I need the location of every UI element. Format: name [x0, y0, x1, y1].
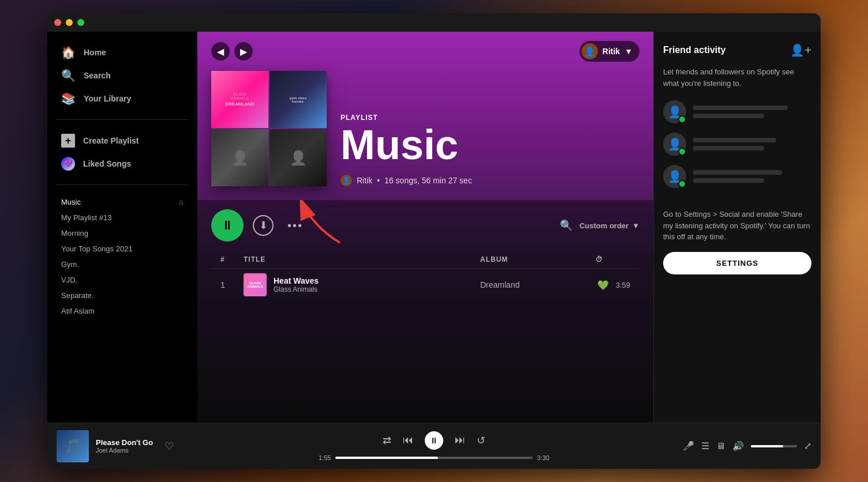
- controls-right: 🔍 Custom order ▼: [560, 219, 639, 232]
- volume-button[interactable]: 🔊: [732, 440, 744, 451]
- playlist-item-topsongs[interactable]: Your Top Songs 2021: [52, 241, 193, 257]
- friend-panel-setting-text: Go to Settings > Social and enable 'Shar…: [663, 209, 811, 243]
- playlist-item-vjd[interactable]: VJD.: [52, 272, 193, 288]
- device-icon: 🖥: [716, 441, 725, 451]
- close-button[interactable]: [54, 19, 61, 26]
- app-window: 🏠 Home 🔍 Search 📚 Your Library + Create …: [47, 13, 821, 469]
- playlist-item-my13[interactable]: My Playlist #13: [52, 210, 193, 225]
- track-search-button[interactable]: 🔍: [560, 219, 573, 232]
- create-playlist-button[interactable]: + Create Playlist: [52, 129, 193, 152]
- time-current: 1:55: [319, 454, 331, 461]
- fullscreen-icon: ⤢: [804, 441, 811, 451]
- header-title: TITLE: [244, 255, 480, 263]
- playlist-item-atif[interactable]: Atif Aslam: [52, 303, 193, 319]
- lyrics-button[interactable]: 🎤: [683, 440, 694, 451]
- friend-panel-header: Friend activity 👤+: [663, 43, 811, 57]
- plus-icon: +: [61, 134, 75, 148]
- playlist-owner: Ritik: [357, 176, 372, 185]
- user-menu[interactable]: 👤 Ritik ▼: [579, 41, 639, 62]
- controls-bar: ⏸ ⬇ •••: [211, 200, 639, 251]
- library-icon: 📚: [61, 92, 76, 106]
- lyrics-icon: 🎤: [683, 441, 694, 451]
- bottom-player: 🎵 Please Don't Go Joel Adams ♡ ⇄ ⏮ ⏸ ⏭: [47, 423, 821, 469]
- settings-button[interactable]: SETTINGS: [663, 252, 811, 274]
- sidebar-nav: 🏠 Home 🔍 Search 📚 Your Library: [47, 32, 197, 115]
- volume-fill: [751, 445, 783, 447]
- next-button[interactable]: ⏭: [455, 434, 465, 446]
- player-right: 🎤 ☰ 🖥 🔊 ⤢: [650, 440, 811, 451]
- liked-songs-button[interactable]: 💜 Liked Songs: [52, 152, 193, 175]
- now-playing-info: Please Don't Go Joel Adams: [96, 438, 153, 454]
- friend-panel-title: Friend activity: [663, 45, 725, 55]
- friend-line-bottom: [693, 146, 764, 150]
- playlist-cover: GLASS ANIMALS DREAMLAND gym class heroes…: [211, 71, 327, 186]
- repeat-button[interactable]: ↺: [477, 434, 485, 447]
- minimize-button[interactable]: [66, 19, 73, 26]
- maximize-button[interactable]: [77, 19, 84, 26]
- play-pause-icon: ⏸: [221, 218, 234, 233]
- shuffle-button[interactable]: ⇄: [383, 434, 391, 447]
- track-album: Dreamland: [480, 280, 596, 289]
- volume-slider[interactable]: [751, 445, 797, 447]
- playlist-item-music[interactable]: Music ♫: [52, 194, 193, 210]
- playlist-info: 👤 Ritik • 16 songs, 56 min 27 sec: [341, 175, 472, 186]
- now-playing-icon: ♫: [178, 198, 184, 206]
- queue-button[interactable]: ☰: [701, 440, 709, 451]
- search-label: Search: [84, 71, 111, 80]
- previous-button[interactable]: ⏮: [403, 434, 413, 446]
- playlist-list: Music ♫ My Playlist #13 Morning Your Top…: [47, 190, 197, 423]
- friend-item-2: 👤: [663, 133, 811, 156]
- playlist-name-topsongs: Your Top Songs 2021: [61, 244, 184, 253]
- playlist-name-gym: Gym.: [61, 260, 184, 269]
- friend-avatar-1: 👤: [663, 100, 686, 123]
- friend-lines-1: [693, 106, 811, 118]
- playlist-item-separate[interactable]: Separate.: [52, 288, 193, 303]
- sidebar-item-home[interactable]: 🏠 Home: [52, 41, 193, 64]
- sidebar-item-library[interactable]: 📚 Your Library: [52, 87, 193, 110]
- cover-cell-2: gym class heroes.: [270, 71, 327, 128]
- forward-button[interactable]: ▶: [234, 42, 253, 61]
- friend-line-bottom: [693, 178, 764, 183]
- library-label: Your Library: [84, 94, 131, 103]
- scrollable-content: ⏸ ⬇ •••: [197, 200, 653, 423]
- friend-avatar-3: 👤: [663, 165, 686, 188]
- heart-button[interactable]: ♡: [164, 440, 174, 453]
- back-button[interactable]: ◀: [211, 42, 230, 61]
- back-icon: ◀: [217, 46, 224, 57]
- table-row[interactable]: 1 GLASSANIMALS Heat Waves Glass Animals …: [211, 269, 639, 301]
- track-duration: 3:59: [616, 281, 630, 289]
- progress-bar: 1:55 3:30: [319, 454, 549, 461]
- friend-line-top: [693, 170, 782, 175]
- shuffle-icon: ⇄: [383, 435, 391, 446]
- cover-cell-1: GLASS ANIMALS DREAMLAND: [211, 71, 268, 128]
- add-friend-icon[interactable]: 👤+: [790, 43, 811, 57]
- sidebar: 🏠 Home 🔍 Search 📚 Your Library + Create …: [47, 32, 197, 423]
- track-name: Heat Waves: [274, 276, 319, 285]
- next-icon: ⏭: [455, 434, 465, 446]
- device-button[interactable]: 🖥: [716, 441, 725, 451]
- now-playing-thumbnail: 🎵: [57, 430, 89, 462]
- progress-track[interactable]: [335, 457, 532, 459]
- playlist-item-gym[interactable]: Gym.: [52, 257, 193, 272]
- friend-lines-3: [693, 170, 811, 183]
- play-pause-button[interactable]: ⏸: [211, 209, 244, 242]
- fullscreen-button[interactable]: ⤢: [804, 440, 811, 451]
- cover-cell-3: 👤: [211, 129, 268, 186]
- download-button[interactable]: ⬇: [253, 215, 274, 236]
- playlist-name-atif: Atif Aslam: [61, 307, 184, 315]
- track-number: 1: [220, 280, 244, 289]
- user-chevron-icon: ▼: [624, 47, 633, 56]
- play-pause-main-button[interactable]: ⏸: [425, 431, 443, 450]
- download-icon: ⬇: [259, 219, 268, 232]
- playlist-item-morning[interactable]: Morning: [52, 225, 193, 241]
- track-text: Heat Waves Glass Animals: [274, 276, 319, 293]
- playlist-stats: 16 songs, 56 min 27 sec: [384, 176, 472, 185]
- sidebar-item-search[interactable]: 🔍 Search: [52, 64, 193, 87]
- user-avatar: 👤: [582, 43, 598, 59]
- user-name: Ritik: [603, 47, 620, 56]
- now-playing-artist: Joel Adams: [96, 447, 153, 454]
- player-controls: ⇄ ⏮ ⏸ ⏭ ↺: [383, 431, 485, 450]
- table-header: # TITLE ALBUM ⏱: [211, 251, 639, 269]
- sort-button[interactable]: Custom order ▼: [579, 221, 639, 230]
- track-search-icon: 🔍: [560, 220, 573, 231]
